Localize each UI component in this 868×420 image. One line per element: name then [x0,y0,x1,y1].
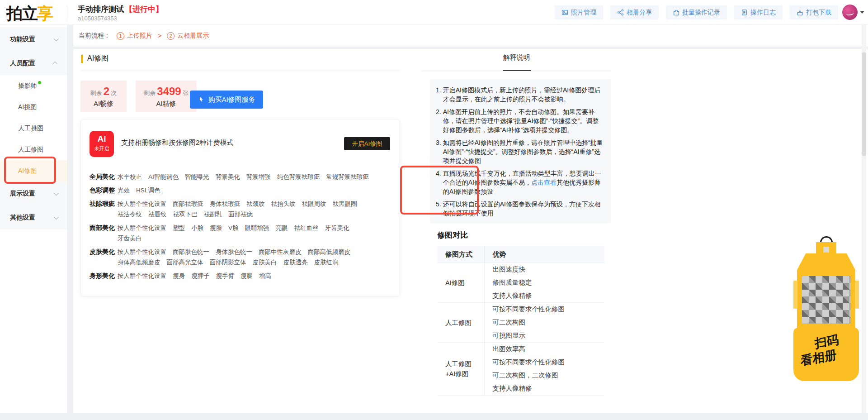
feature-row-color: 色彩调整 光效HSL调色 [90,185,392,196]
feature-item: 纯色背景祛瑕疵 [277,172,320,182]
main-panel: AI修图 剩余2次 AI畅修 剩余3499张 AI精修 购买AI修图服务 Ai … [73,49,868,413]
sidebar-item-ai-pick[interactable]: AI挑图 [0,96,67,118]
feature-item: 光效 [118,185,130,196]
feature-item: 瘦腿 [241,271,253,281]
step-number-icon: 1 [117,32,124,40]
feature-item: 面部阴影立体 [210,257,246,267]
sidebar-item-ai-retouch[interactable]: AI修图 [0,160,67,181]
view-presets-link[interactable]: 点击查看 [531,179,557,186]
note-item: 3. 如需将已经AI修图的照片重修，请在照片管理中选择“批量AI修图”-“快捷提… [436,138,604,165]
scrollbar[interactable] [862,25,866,413]
advantage-cell: 可按不同要求个性化修图 可二次构图 可挑图显示 [484,303,604,343]
avatar[interactable] [842,5,858,20]
batch-record-button[interactable]: 批量操作记录 [666,5,727,19]
feature-row-body: 身形美化 按人群个性化设置瘦身瘦脖子瘦手臂瘦腿增高 [90,271,392,281]
sidebar-group-display-settings[interactable]: 展示设置 [0,181,67,205]
feature-item: 按人群个性化设置 [118,199,166,209]
sparkle-icon [114,129,118,133]
advantage-line: 出图速度快 [493,263,605,276]
column-header-advantage: 优势 [484,246,604,263]
sidebar-item-manual-pick[interactable]: 人工挑图 [0,118,67,139]
quota-value: 2 [104,85,109,97]
breadcrumb-step-label: 云相册展示 [177,32,209,40]
note-number: 3. [436,138,441,165]
tab-active-underline [503,70,531,71]
feature-item: 祛唇纹 [148,209,167,220]
batch-record-label: 批量操作记录 [682,9,720,17]
sidebar-item-label: 人工挑图 [18,124,43,133]
feature-item: 祛法令纹 [118,209,142,220]
scrollbar-thumb[interactable] [862,52,866,156]
ai-status-label: 未开启 [90,145,114,152]
sidebar-item-manual-retouch[interactable]: 人工修图 [0,139,67,160]
feature-row-blemish: 祛除瑕疵 按人群个性化设置面部祛瑕疵身体祛瑕疵祛颈纹祛抬头纹祛眼周纹祛黑眼圈祛法… [90,199,392,220]
feature-items: 按人群个性化设置面部祛瑕疵身体祛瑕疵祛颈纹祛抬头纹祛眼周纹祛黑眼圈祛法令纹祛唇纹… [118,199,380,220]
qr-code-icon [802,276,850,324]
ai-service-card: Ai 未开启 支持相册畅修和按张修图2种计费模式 开启AI修图 全局美化 水平校… [80,119,400,296]
feature-item: 按人群个性化设置 [118,271,166,281]
table-header-row: 修图方式 优势 [437,246,604,263]
photo-manage-button[interactable]: 照片管理 [555,5,603,19]
table-row: 人工修图 可按不同要求个性化修图 可二次构图 可挑图显示 [437,303,604,343]
feature-items: 按人群个性化设置面部肤色统一身体肤色统一面部中性灰磨皮面部高低频磨皮身体高低频磨… [118,247,380,267]
breadcrumb-separator: > [158,32,161,39]
logo-divider [67,5,67,21]
sidebar-group-other-settings[interactable]: 其他设置 [0,205,67,229]
package-download-button[interactable]: 打包下载 [790,5,838,19]
photo-manage-label: 照片管理 [571,9,596,17]
sidebar-group-label: 其他设置 [10,214,35,222]
feature-item: 增高 [259,271,271,281]
sidebar-group-staff-config[interactable]: 人员配置 [0,51,67,75]
badge-side-tab [793,281,797,309]
sidebar-item-label: AI修图 [18,167,37,175]
user-avatar-menu[interactable] [842,5,864,20]
feature-item: 祛副乳 [204,209,222,220]
share-icon [617,9,624,16]
app-header: 拍立享 手动排序测试【进行中】 a10503574353 照片管理 相册分享 批… [0,0,868,25]
album-share-button[interactable]: 相册分享 [610,5,659,19]
service-description: 支持相册畅修和按张修图2种计费模式 [121,138,233,147]
operation-log-button[interactable]: 操作日志 [734,5,783,19]
quota-name: AI畅修 [80,100,127,108]
advantage-cell: 出图速度快 修图质量稳定 支持人像精修 [484,263,604,303]
sparkle-icon [113,134,116,136]
feature-item: 瘦脸 [210,223,222,233]
table-row: AI修图 出图速度快 修图质量稳定 支持人像精修 [437,263,604,303]
feature-item: 祛双下巴 [173,209,198,220]
method-name: 人工修图 [445,359,484,369]
feature-item: 面部肤色统一 [173,247,209,257]
feature-item: 皮肤美白 [253,257,277,267]
step-number-icon: 2 [167,32,175,40]
buy-ai-retouch-button[interactable]: 购买AI修图服务 [190,91,263,109]
feature-item: 亮眼 [276,223,288,233]
quota-card-ai-premium: 剩余3499张 AI精修 [136,81,197,112]
sidebar-item-label: 人工修图 [18,146,43,154]
buy-ai-retouch-label: 购买AI修图服务 [208,95,255,104]
enable-ai-retouch-button[interactable]: 开启AI修图 [344,137,390,150]
feature-item: 水平校正 [118,172,142,182]
sidebar-item-label: 摄影师 [18,82,37,90]
feature-item: 面部中性灰磨皮 [259,247,302,257]
feature-item: 面部祛痣 [228,209,253,220]
chevron-down-icon [860,11,864,14]
note-item: 1. 开启AI修图模式后，新上传的照片，需经过AI修图处理后才会显示，在此之前上… [436,86,604,104]
sidebar-group-function-settings[interactable]: 功能设置 [0,27,67,51]
feature-list: 全局美化 水平校正AI智能调色智能曝光背景美化背景增强纯色背景祛瑕疵常规背景祛瑕… [90,172,392,284]
badge-knob-hole [823,247,829,253]
sidebar-item-photographer[interactable]: 摄影师 [0,75,67,96]
quota-prefix: 剩余 [90,90,102,96]
advantage-line: 出图效率高 [493,343,605,356]
feature-item: 瘦脖子 [191,271,210,281]
feature-item: 身体高低频磨皮 [118,257,160,267]
table-row: 人工修图 +AI修图 出图效率高 可按不同要求个性化修图 可二次构图，二次修图 … [437,343,604,396]
feature-item: 祛抬头纹 [271,199,296,209]
feature-label: 色彩调整 [90,185,118,196]
qr-album-badge[interactable]: 扫码 看相册 [793,236,859,382]
feature-label: 身形美化 [90,271,118,281]
click-hand-icon [198,95,204,104]
feature-item: 面部高光立体 [167,257,203,267]
section-title-bar [81,55,83,63]
quota-unit: 次 [111,90,117,96]
feature-item: 牙齿美白 [118,233,142,243]
breadcrumb-prefix: 当前流程： [79,32,110,40]
